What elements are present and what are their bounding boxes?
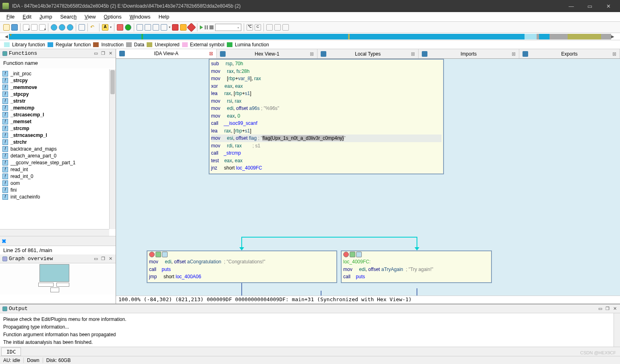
save-icon[interactable] bbox=[11, 24, 18, 31]
function-row[interactable]: finit_cacheinfo bbox=[2, 193, 107, 200]
menu-help[interactable]: Help bbox=[154, 13, 173, 21]
bp-icon[interactable] bbox=[149, 252, 155, 257]
pane-float-button[interactable]: ▭ bbox=[93, 256, 99, 262]
menu-options[interactable]: Options bbox=[100, 13, 126, 21]
tab-close-icon[interactable]: ⊠ bbox=[512, 51, 516, 57]
nav-band[interactable]: ◀ ▾ ▶ bbox=[0, 33, 620, 40]
menu-search[interactable]: Search bbox=[56, 13, 81, 21]
db3-icon[interactable] bbox=[153, 24, 159, 31]
dropdown-icon[interactable]: ▾ bbox=[39, 24, 46, 31]
nav-back-icon[interactable] bbox=[51, 24, 57, 31]
calc2-icon[interactable]: C bbox=[255, 24, 261, 31]
segment-icon[interactable] bbox=[31, 24, 37, 31]
pane-restore-button[interactable]: ❐ bbox=[605, 306, 610, 312]
run-icon[interactable] bbox=[200, 25, 203, 29]
function-row[interactable]: f_strstr bbox=[2, 97, 107, 104]
function-row[interactable]: f_memcmp bbox=[2, 104, 107, 111]
menu-windows[interactable]: Windows bbox=[126, 13, 155, 21]
list1-icon[interactable] bbox=[266, 24, 273, 31]
undo-icon[interactable]: ↶ bbox=[90, 24, 97, 31]
pause-icon[interactable] bbox=[205, 25, 208, 29]
close-button[interactable]: ✕ bbox=[599, 0, 618, 12]
tab-local-types[interactable]: Local Types⊠ bbox=[317, 49, 418, 58]
db5-icon[interactable] bbox=[172, 24, 178, 31]
script-icon[interactable]: ▾ bbox=[23, 24, 29, 31]
stop-icon[interactable] bbox=[209, 25, 214, 29]
output-scrollbar[interactable] bbox=[614, 313, 620, 347]
minimize-button[interactable]: — bbox=[562, 0, 581, 12]
function-row[interactable]: fread_int bbox=[2, 166, 107, 173]
tab-close-icon[interactable]: ⊠ bbox=[411, 51, 415, 57]
block-tryagain[interactable]: loc_4009FC:mov edi, offset aTryAgain ; "… bbox=[341, 250, 492, 283]
bp-icon[interactable] bbox=[343, 252, 349, 257]
functions-list[interactable]: Function name f_init_procf_strcpyf_memmo… bbox=[0, 58, 116, 236]
pane-close-button[interactable]: ✕ bbox=[108, 256, 113, 262]
menu-edit[interactable]: Edit bbox=[19, 13, 35, 21]
tab-imports[interactable]: Imports⊠ bbox=[419, 49, 519, 58]
function-row[interactable]: fdetach_arena_part_0 bbox=[2, 152, 107, 159]
graph-icon[interactable] bbox=[356, 252, 362, 257]
pane-close-button[interactable]: ✕ bbox=[108, 51, 113, 56]
pane-float-button[interactable]: ▭ bbox=[93, 51, 99, 56]
output-text[interactable]: Please check the Edit/Plugins menu for m… bbox=[0, 313, 620, 347]
ida-view-a[interactable]: sub rsp, 70hmov rax, fs:28hmov [rbp+var_… bbox=[116, 59, 620, 304]
tab-close-icon[interactable]: ⊠ bbox=[612, 51, 616, 57]
db4-icon[interactable] bbox=[161, 24, 167, 31]
pane-close-button[interactable]: ✕ bbox=[612, 306, 618, 312]
function-row[interactable]: f_strchr bbox=[2, 139, 107, 145]
function-row[interactable]: f_memmove bbox=[2, 84, 107, 91]
function-row[interactable]: foom bbox=[2, 180, 107, 186]
bp-icon[interactable] bbox=[125, 24, 131, 31]
function-row[interactable]: fbacktrace_and_maps bbox=[2, 145, 107, 152]
block-congratulations[interactable]: mov edi, offset aCongratulation ; "Congr… bbox=[147, 250, 337, 283]
tab-close-icon[interactable]: ⊠ bbox=[310, 51, 314, 57]
function-row[interactable]: f_strcpy bbox=[2, 77, 107, 84]
color-icon[interactable] bbox=[117, 24, 123, 31]
db7-icon[interactable] bbox=[187, 23, 196, 32]
function-row[interactable]: f_memset bbox=[2, 118, 107, 125]
clear-filter-icon[interactable]: ✖ bbox=[2, 238, 6, 244]
pane-restore-button[interactable]: ❐ bbox=[100, 51, 106, 56]
function-row[interactable]: f_strcmp bbox=[2, 125, 107, 132]
menu-file[interactable]: File bbox=[2, 13, 19, 21]
tab-close-icon[interactable]: ⊠ bbox=[209, 51, 213, 56]
list3-icon[interactable] bbox=[282, 24, 289, 31]
pane-restore-button[interactable]: ❐ bbox=[100, 256, 106, 262]
functions-scrollbar-v[interactable] bbox=[109, 69, 116, 229]
tab-exports[interactable]: Exports⊠ bbox=[519, 49, 620, 58]
db1-icon[interactable] bbox=[137, 24, 143, 31]
nav-fwd-icon[interactable] bbox=[59, 24, 65, 31]
functions-column-header[interactable]: Function name bbox=[0, 58, 116, 68]
graph-overview[interactable] bbox=[0, 263, 116, 304]
db2-icon[interactable] bbox=[145, 24, 151, 31]
db6-icon[interactable] bbox=[180, 24, 187, 31]
tab-ida-view-a[interactable]: IDA View-A⊠ bbox=[116, 49, 217, 58]
open-icon[interactable] bbox=[3, 24, 10, 31]
functions-filter[interactable]: ✖ bbox=[0, 236, 116, 246]
maximize-button[interactable]: ▭ bbox=[581, 0, 599, 12]
list2-icon[interactable] bbox=[274, 24, 281, 31]
menu-view[interactable]: View bbox=[81, 13, 100, 21]
nav-scroll-left-icon[interactable]: ◀ bbox=[5, 34, 9, 39]
calc-icon[interactable]: ℃ bbox=[247, 24, 253, 31]
functions-scrollbar-h[interactable] bbox=[0, 229, 109, 236]
debugger-combo[interactable]: ⌄ bbox=[215, 24, 241, 31]
block-main[interactable]: sub rsp, 70hmov rax, fs:28hmov [rbp+var_… bbox=[209, 59, 444, 174]
idc-button[interactable]: IDC bbox=[1, 347, 21, 356]
edit-icon[interactable] bbox=[350, 252, 355, 257]
refresh-icon[interactable] bbox=[67, 24, 73, 31]
function-row[interactable]: f_strncasecmp_l bbox=[2, 132, 107, 139]
pane-float-button[interactable]: ▭ bbox=[597, 306, 603, 312]
menu-jump[interactable]: Jump bbox=[35, 13, 56, 21]
function-row[interactable]: f_init_proc bbox=[2, 70, 107, 77]
zoom-icon[interactable] bbox=[79, 24, 85, 31]
function-row[interactable]: fread_int_0 bbox=[2, 173, 107, 180]
tab-hex-view-1[interactable]: Hex View-1⊠ bbox=[217, 49, 317, 58]
navigation-bar[interactable]: ▾ bbox=[9, 34, 611, 39]
nav-scroll-right-icon[interactable]: ▶ bbox=[611, 34, 615, 39]
function-row[interactable]: f_stpcpy bbox=[2, 91, 107, 97]
text-icon[interactable]: A bbox=[102, 24, 108, 31]
functions-filter-input[interactable] bbox=[9, 238, 114, 244]
graph-icon[interactable] bbox=[162, 252, 168, 257]
function-row[interactable]: f_strcasecmp_l bbox=[2, 111, 107, 118]
